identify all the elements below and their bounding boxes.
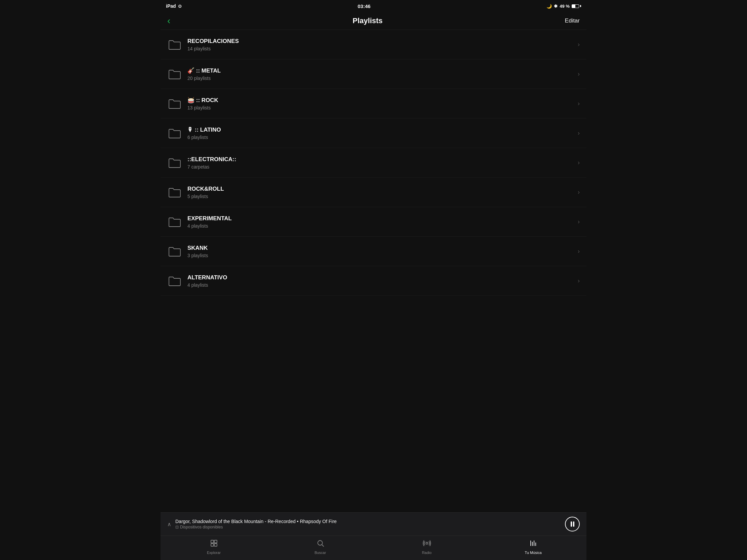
back-button[interactable]: ‹ [167, 16, 170, 26]
tab-mymusic[interactable]: Tu Música [520, 539, 547, 555]
status-right: 🌙 ✱ 49 % [546, 4, 581, 9]
playlist-name: ALTERNATIVO [187, 274, 574, 281]
list-item[interactable]: 🎸 :: METAL 20 playlists › [160, 59, 587, 89]
chevron-right-icon: › [578, 277, 580, 284]
pause-icon [571, 522, 574, 527]
list-item[interactable]: ALTERNATIVO 4 playlists › [160, 266, 587, 296]
nav-bar: ‹ Playlists Editar [160, 12, 587, 30]
device-info: ⊡ Dispositivos disponibles [175, 525, 337, 529]
playlist-name: 🎙 :: LATINO [187, 127, 574, 133]
playlist-name: 🎸 :: METAL [187, 67, 574, 74]
folder-icon [167, 244, 182, 259]
status-time: 03:46 [358, 3, 370, 9]
mini-player-left: ∧ Dargor, Shadowlord of the Black Mounta… [167, 519, 337, 529]
back-chevron-icon: ‹ [167, 16, 170, 26]
folder-icon [167, 185, 182, 200]
moon-icon: 🌙 [546, 4, 552, 9]
playlist-count: 7 carpetas [187, 164, 574, 169]
svg-line-5 [322, 545, 324, 547]
explore-label: Explorar [207, 551, 221, 555]
svg-point-6 [426, 542, 428, 544]
radio-icon [423, 539, 431, 549]
playlist-info: ::ELECTRONICA:: 7 carpetas [187, 156, 574, 169]
tab-radio[interactable]: Radio [413, 539, 440, 555]
playlist-info: ALTERNATIVO 4 playlists [187, 274, 574, 288]
status-left: iPad ⊙ [166, 3, 182, 9]
folder-icon [167, 96, 182, 111]
playlist-count: 5 playlists [187, 194, 574, 199]
playlist-info: 🥁 :: ROCK 13 playlists [187, 97, 574, 110]
tab-search[interactable]: Buscar [307, 539, 334, 555]
playlist-info: EXPERIMENTAL 4 playlists [187, 215, 574, 229]
list-item[interactable]: ::ELECTRONICA:: 7 carpetas › [160, 148, 587, 178]
folder-icon [167, 274, 182, 288]
playlist-count: 3 playlists [187, 253, 574, 258]
search-icon [316, 539, 325, 549]
playlist-count: 4 playlists [187, 223, 574, 229]
playlist-count: 6 playlists [187, 135, 574, 140]
siri-icon: ⊙ [178, 4, 182, 9]
folder-icon [167, 156, 182, 170]
mymusic-icon [529, 539, 537, 549]
svg-rect-3 [214, 543, 217, 546]
status-bar: iPad ⊙ 03:46 🌙 ✱ 49 % [160, 0, 587, 12]
chevron-right-icon: › [578, 218, 580, 225]
mini-player-expand-icon[interactable]: ∧ [167, 521, 171, 528]
svg-point-4 [318, 540, 323, 545]
playlist-count: 4 playlists [187, 282, 574, 288]
mini-player[interactable]: ∧ Dargor, Shadowlord of the Black Mounta… [160, 512, 587, 535]
list-item[interactable]: ROCK&ROLL 5 playlists › [160, 178, 587, 207]
chevron-right-icon: › [578, 100, 580, 107]
playlist-name: 🥁 :: ROCK [187, 97, 574, 104]
page-title: Playlists [353, 17, 383, 25]
list-item[interactable]: 🥁 :: ROCK 13 playlists › [160, 89, 587, 118]
bluetooth-icon: ✱ [554, 4, 558, 9]
battery-icon [572, 4, 581, 8]
playlist-name: ::ELECTRONICA:: [187, 156, 574, 163]
list-item[interactable]: RECOPILACIONES 14 playlists › [160, 30, 587, 59]
playlist-name: SKANK [187, 245, 574, 251]
playlist-count: 13 playlists [187, 105, 574, 110]
list-item[interactable]: 🎙 :: LATINO 6 playlists › [160, 118, 587, 148]
chevron-right-icon: › [578, 159, 580, 166]
ipad-label: iPad [166, 3, 176, 9]
playlist-info: RECOPILACIONES 14 playlists [187, 38, 574, 51]
search-label: Buscar [314, 551, 326, 555]
svg-rect-2 [211, 543, 214, 546]
explore-icon [210, 539, 218, 549]
svg-rect-0 [211, 540, 214, 543]
chevron-right-icon: › [578, 71, 580, 78]
pause-button[interactable] [565, 517, 580, 531]
tab-explore[interactable]: Explorar [201, 539, 227, 555]
playlist-list: RECOPILACIONES 14 playlists › 🎸 :: METAL… [160, 30, 587, 512]
chevron-right-icon: › [578, 130, 580, 137]
playlist-count: 14 playlists [187, 46, 574, 51]
folder-icon [167, 37, 182, 52]
playlist-info: SKANK 3 playlists [187, 245, 574, 258]
edit-button[interactable]: Editar [565, 18, 580, 24]
chevron-right-icon: › [578, 41, 580, 48]
list-item[interactable]: SKANK 3 playlists › [160, 237, 587, 266]
device-label: Dispositivos disponibles [180, 525, 223, 529]
mini-player-info: Dargor, Shadowlord of the Black Mountain… [175, 519, 337, 529]
folder-icon [167, 67, 182, 82]
playlist-info: 🎙 :: LATINO 6 playlists [187, 127, 574, 140]
now-playing-track: Dargor, Shadowlord of the Black Mountain… [175, 519, 337, 524]
device-icon: ⊡ [175, 525, 179, 529]
mymusic-label: Tu Música [525, 551, 541, 555]
playlist-name: ROCK&ROLL [187, 186, 574, 192]
playlist-name: RECOPILACIONES [187, 38, 574, 45]
chevron-right-icon: › [578, 189, 580, 196]
playlist-count: 20 playlists [187, 76, 574, 81]
tab-bar: Explorar Buscar Radio [160, 535, 587, 560]
radio-label: Radio [422, 551, 432, 555]
playlist-name: EXPERIMENTAL [187, 215, 574, 222]
battery-percent: 49 % [560, 4, 570, 9]
playlist-info: ROCK&ROLL 5 playlists [187, 186, 574, 199]
chevron-right-icon: › [578, 248, 580, 255]
playlist-info: 🎸 :: METAL 20 playlists [187, 67, 574, 81]
folder-icon [167, 126, 182, 141]
folder-icon [167, 215, 182, 229]
list-item[interactable]: EXPERIMENTAL 4 playlists › [160, 207, 587, 237]
svg-rect-1 [214, 540, 217, 543]
